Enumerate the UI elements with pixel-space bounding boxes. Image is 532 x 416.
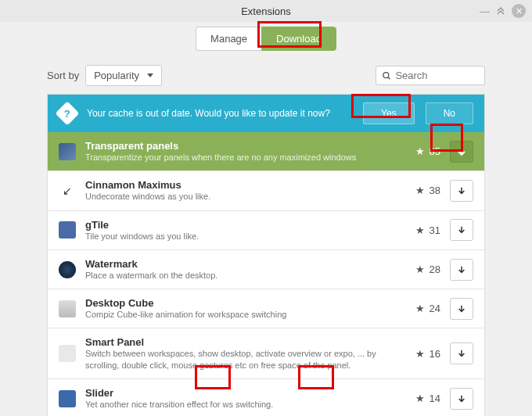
ext-rating: ★24 [401,303,440,314]
download-button[interactable] [450,259,473,281]
sort-by: Sort by Popularity [47,65,162,86]
list-item[interactable]: Desktop CubeCompiz Cube-like animation f… [48,289,484,328]
download-button[interactable] [450,388,473,410]
extension-icon [59,390,76,407]
search-input[interactable] [395,70,478,81]
star-icon: ★ [415,185,425,196]
ext-rating: ★14 [401,393,440,404]
window-title: Extensions [241,5,291,17]
search-box[interactable] [376,66,485,85]
close-button[interactable]: ✕ [512,4,526,18]
star-icon: ★ [415,224,425,236]
ext-desc: Tile your windows as you like. [85,231,392,242]
download-icon [458,395,466,403]
list-item[interactable]: Transparent panelsTransparentize your pa… [48,132,484,171]
list-item[interactable]: Smart PanelSwitch between workspaces, sh… [48,328,484,379]
list-item[interactable]: WatermarkPlace a watermark on the deskto… [48,250,484,289]
ext-name: Cinnamon Maximus [85,179,392,191]
ext-name: Desktop Cube [85,297,392,309]
sort-select[interactable]: Popularity [85,65,162,86]
tab-manage[interactable]: Manage [196,27,261,51]
extension-icon [59,345,76,362]
extension-icon [59,300,76,317]
banner-yes-button[interactable]: Yes [363,102,415,124]
ext-rating: ★16 [401,348,440,360]
star-icon: ★ [415,303,425,314]
ext-name: Watermark [85,258,392,270]
ext-desc: Transparentize your panels when there ar… [85,152,392,163]
search-icon [383,71,390,81]
ext-rating: ★31 [401,224,440,236]
extension-list: ? Your cache is out of date. Would you l… [47,94,485,416]
star-icon: ★ [415,393,425,404]
download-button[interactable] [450,342,473,364]
tab-bar: Manage Download [0,22,532,65]
download-button[interactable] [450,180,473,202]
download-button[interactable] [450,298,473,320]
download-icon [458,266,466,274]
download-button[interactable] [450,219,473,241]
banner-no-button[interactable]: No [426,102,473,124]
ext-rating: ★38 [401,185,440,196]
download-icon [457,147,466,156]
extension-icon [59,221,76,238]
list-item[interactable]: gTileTile your windows as you like. ★31 [48,211,484,250]
star-icon: ★ [415,145,425,157]
maximize-button[interactable] [496,6,505,16]
star-icon: ★ [415,264,425,275]
svg-line-1 [388,77,390,79]
minimize-button[interactable]: — [480,5,490,17]
extension-icon: ↙ [59,182,76,199]
download-icon [458,226,466,234]
ext-name: Smart Panel [85,336,392,348]
banner-message: Your cache is out of date. Would you lik… [87,108,352,119]
ext-rating: ★85 [401,145,440,157]
ext-desc: Yet another nice transition effect for w… [85,399,392,410]
download-icon [458,305,466,313]
ext-rating: ★28 [401,264,440,275]
chevron-down-icon [147,74,153,78]
ext-name: Transparent panels [85,140,392,152]
star-icon: ★ [415,348,425,360]
tab-download[interactable]: Download [261,27,336,51]
question-icon: ? [55,101,79,125]
sort-value: Popularity [94,70,139,81]
sort-label: Sort by [47,70,79,81]
list-item[interactable]: ↙ Cinnamon MaximusUndecorate windows as … [48,171,484,210]
ext-desc: Switch between workspaces, show desktop,… [85,348,392,371]
titlebar: Extensions — ✕ [0,0,532,22]
cache-banner: ? Your cache is out of date. Would you l… [48,95,484,132]
download-icon [458,187,466,195]
ext-desc: Undecorate windows as you like. [85,191,392,202]
download-icon [458,350,466,357]
extension-icon [59,261,76,278]
svg-point-0 [383,72,389,77]
list-item[interactable]: SliderYet another nice transition effect… [48,379,484,416]
extension-icon [59,143,76,160]
ext-name: gTile [85,219,392,231]
ext-desc: Place a watermark on the desktop. [85,270,392,281]
ext-desc: Compiz Cube-like animation for workspace… [85,309,392,320]
download-button[interactable] [450,141,473,163]
ext-name: Slider [85,387,392,399]
